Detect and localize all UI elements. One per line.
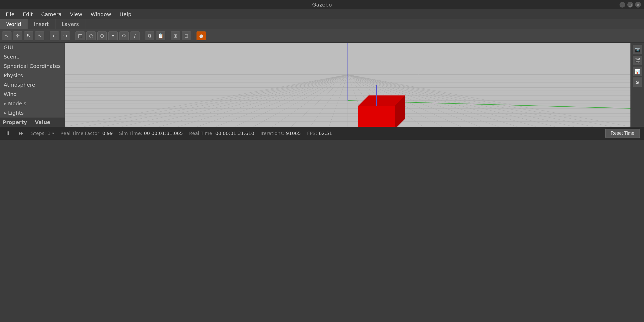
minimize-button[interactable]: − (620, 2, 625, 8)
sidebar-item-atmosphere-label: Atmosphere (4, 82, 35, 88)
property-header: Property Value (0, 118, 65, 127)
box-button[interactable]: □ (75, 31, 85, 40)
paste-button[interactable]: 📋 (156, 31, 165, 40)
scene-red-cube (343, 85, 415, 127)
sidebar-item-gui-label: GUI (4, 44, 13, 50)
sidebar-item-gui[interactable]: GUI (0, 43, 65, 52)
rotate-tool-button[interactable]: ↻ (24, 31, 33, 40)
viewport[interactable] (65, 43, 630, 127)
main-area: GUI Scene Spherical Coordinates Physics … (0, 43, 644, 127)
align-button[interactable]: ⊞ (171, 31, 180, 40)
left-panel: GUI Scene Spherical Coordinates Physics … (0, 43, 65, 127)
iterations-value: 91065 (286, 131, 301, 136)
maximize-button[interactable]: □ (627, 2, 633, 8)
steps-value: 1 (47, 131, 50, 136)
toolbar-separator-2 (73, 32, 73, 40)
close-button[interactable]: × (635, 2, 641, 8)
steps-item: Steps: 1 ▾ (31, 131, 54, 136)
right-btn-4[interactable]: ⚙ (633, 78, 642, 87)
sidebar-item-physics[interactable]: Physics (0, 71, 65, 80)
right-panel: 📷 🎬 📊 ⚙ (630, 43, 644, 127)
sim-time-item: Sim Time: 00 00:01:31.065 (119, 131, 183, 136)
statusbar: ⏸ ⏭ Steps: 1 ▾ Real Time Factor: 0.99 Si… (0, 127, 644, 140)
select-tool-button[interactable]: ↖ (2, 31, 11, 40)
tab-insert[interactable]: Insert (28, 19, 55, 29)
sim-time-value: 00 00:01:31.065 (144, 131, 183, 136)
toolbar-separator-5 (194, 32, 194, 40)
toolbar-separator-3 (142, 32, 142, 40)
menu-file[interactable]: File (2, 10, 18, 18)
steps-dropdown[interactable]: ▾ (52, 131, 54, 136)
copy-button[interactable]: ⧉ (145, 31, 154, 40)
directional-light-button[interactable]: / (130, 31, 140, 40)
sphere-button[interactable]: ○ (86, 31, 96, 40)
realtime-factor-value: 0.99 (102, 131, 113, 136)
steps-label: Steps: (31, 131, 46, 136)
iterations-item: Iterations: 91065 (261, 131, 301, 136)
sidebar-item-wind-label: Wind (4, 91, 17, 97)
lights-expand-icon: ▶ (4, 111, 7, 115)
value-col-header: Value (32, 118, 65, 127)
toolbar: ↖ ✛ ↻ ⤡ ↩ ↪ □ ○ ⬡ ✦ ⚙ / ⧉ 📋 ⊞ ⊡ ● (0, 29, 644, 43)
right-btn-1[interactable]: 📷 (633, 45, 642, 54)
sidebar-item-lights-label: Lights (8, 110, 24, 116)
menu-window[interactable]: Window (87, 10, 115, 18)
realtime-factor-label: Real Time Factor: (60, 131, 101, 136)
real-time-value: 00 00:01:31.610 (215, 131, 254, 136)
toolbar-separator-1 (47, 32, 47, 40)
step-button[interactable]: ⏭ (18, 130, 25, 137)
cylinder-button[interactable]: ⬡ (97, 31, 107, 40)
record-button[interactable]: ● (197, 31, 206, 40)
realtime-factor-item: Real Time Factor: 0.99 (60, 131, 113, 136)
reset-time-button[interactable]: Reset Time (605, 129, 640, 138)
real-time-item: Real Time: 00 00:01:31.610 (189, 131, 254, 136)
models-expand-icon: ▶ (4, 101, 7, 106)
snap-button[interactable]: ⊡ (182, 31, 191, 40)
menubar: File Edit Camera View Window Help (0, 9, 644, 19)
window-controls: − □ × (620, 2, 641, 8)
menu-camera[interactable]: Camera (37, 10, 65, 18)
sidebar-item-models-label: Models (8, 100, 26, 107)
titlebar: Gazebo − □ × (0, 0, 644, 9)
sidebar-item-scene-label: Scene (4, 54, 20, 60)
scale-tool-button[interactable]: ⤡ (35, 31, 44, 40)
fps-value: 62.51 (319, 131, 332, 136)
fps-label: FPS: (307, 131, 317, 136)
sidebar-item-spherical-coords[interactable]: Spherical Coordinates (0, 61, 65, 71)
translate-tool-button[interactable]: ✛ (13, 31, 22, 40)
sim-time-label: Sim Time: (119, 131, 142, 136)
app-title: Gazebo (312, 2, 332, 8)
sidebar-item-lights[interactable]: ▶ Lights (0, 108, 65, 118)
sidebar-item-atmosphere[interactable]: Atmosphere (0, 80, 65, 89)
sidebar-item-spherical-coords-label: Spherical Coordinates (4, 63, 61, 69)
pause-button[interactable]: ⏸ (4, 130, 11, 137)
right-btn-2[interactable]: 🎬 (633, 56, 642, 65)
sidebar-item-wind[interactable]: Wind (0, 89, 65, 99)
fps-item: FPS: 62.51 (307, 131, 332, 136)
property-col-header: Property (0, 118, 32, 127)
menu-view[interactable]: View (66, 10, 86, 18)
cube-svg (343, 85, 415, 127)
sidebar-item-physics-label: Physics (4, 72, 23, 79)
real-time-label: Real Time: (189, 131, 214, 136)
sidebar-item-scene[interactable]: Scene (0, 52, 65, 61)
right-btn-3[interactable]: 📊 (633, 67, 642, 76)
svg-marker-0 (358, 106, 395, 127)
point-light-button[interactable]: ✦ (108, 31, 118, 40)
toolbar-separator-4 (168, 32, 168, 40)
content-area: ↖ ✛ ↻ ⤡ ↩ ↪ □ ○ ⬡ ✦ ⚙ / ⧉ 📋 ⊞ ⊡ ● GUI Sc… (0, 29, 644, 127)
tab-layers[interactable]: Layers (55, 19, 85, 29)
undo-button[interactable]: ↩ (50, 31, 59, 40)
menu-help[interactable]: Help (116, 10, 135, 18)
tab-world[interactable]: World (0, 19, 28, 29)
iterations-label: Iterations: (261, 131, 285, 136)
redo-button[interactable]: ↪ (61, 31, 70, 40)
spot-light-button[interactable]: ⚙ (119, 31, 129, 40)
menu-edit[interactable]: Edit (19, 10, 36, 18)
sidebar-item-models[interactable]: ▶ Models (0, 99, 65, 108)
tabs-bar: World Insert Layers (0, 19, 644, 29)
